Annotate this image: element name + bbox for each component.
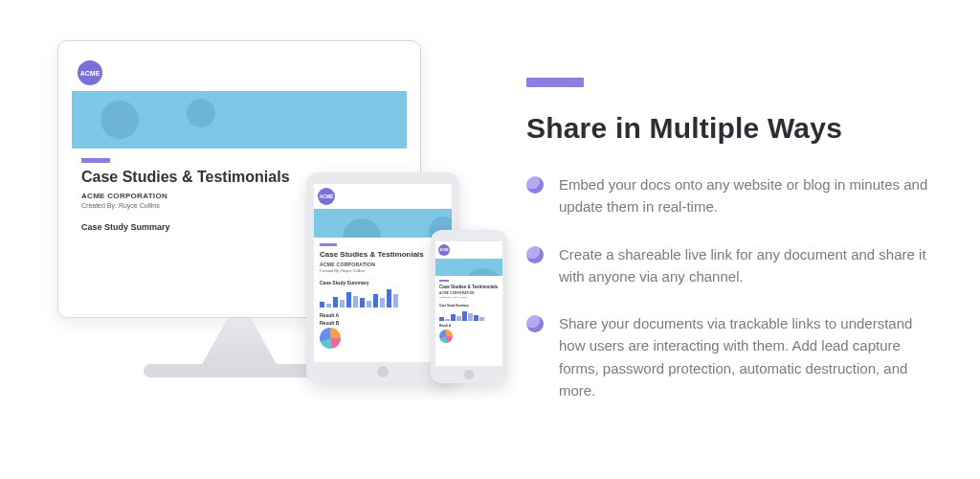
doc-hero-band (314, 209, 452, 238)
bullet-dot-icon (526, 246, 544, 263)
bullet-text: Create a shareable live link for any doc… (559, 243, 942, 288)
doc-company: ACME CORPORATION (435, 289, 502, 296)
devices-illustration: ACME Case Studies & Testimonials ACME CO… (38, 29, 479, 450)
section-headline: Share in Multiple Ways (526, 112, 942, 145)
doc-hero-band (72, 91, 407, 148)
bullet-text: Embed your docs onto any website or blog… (559, 173, 942, 218)
doc-accent-bar (81, 158, 110, 163)
feature-bullet-list: Embed your docs onto any website or blog… (526, 173, 942, 401)
acme-logo-icon: ACME (318, 188, 335, 205)
acme-logo-icon: ACME (78, 60, 102, 85)
feature-bullet: Create a shareable live link for any doc… (526, 243, 942, 288)
monitor-stand (201, 318, 278, 366)
doc-accent-bar (320, 243, 337, 246)
pie-chart-icon (320, 328, 341, 349)
phone-screen: ACME Case Studies & Testimonials ACME CO… (435, 241, 502, 366)
bullet-text: Share your documents via trackable links… (559, 312, 942, 401)
acme-logo-icon: ACME (438, 244, 450, 256)
section-accent-bar (526, 78, 584, 87)
bullet-dot-icon (526, 315, 544, 332)
doc-result-a: Result A (435, 323, 502, 328)
feature-copy: Share in Multiple Ways Embed your docs o… (526, 78, 942, 401)
bar-chart (435, 308, 502, 323)
doc-hero-band (435, 259, 502, 276)
phone-device: ACME Case Studies & Testimonials ACME CO… (431, 230, 507, 383)
bullet-dot-icon (526, 176, 544, 194)
doc-accent-bar (439, 280, 449, 282)
tablet-home-button-icon (377, 366, 389, 377)
phone-home-button-icon (464, 370, 474, 379)
feature-bullet: Embed your docs onto any website or blog… (526, 173, 942, 218)
pie-chart-icon (439, 330, 453, 343)
feature-bullet: Share your documents via trackable links… (526, 312, 942, 401)
